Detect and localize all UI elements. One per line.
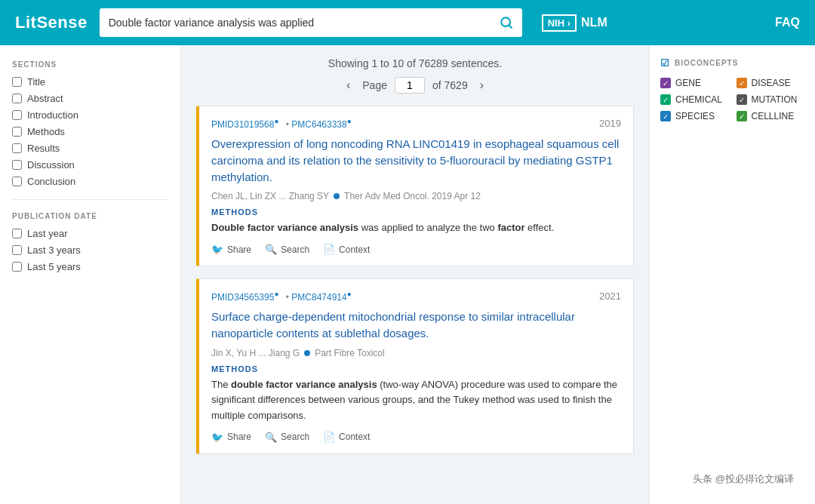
sidebar: SECTIONS Title Abstract Introduction Met… bbox=[0, 45, 181, 504]
result-card: PMID31019568● • PMC6463338● 2019 Overexp… bbox=[196, 106, 634, 266]
bioconcepts-title: ☑ BIOCONCEPTS bbox=[660, 57, 804, 69]
discussion-checkbox[interactable] bbox=[12, 160, 22, 170]
sidebar-divider bbox=[12, 199, 168, 200]
results-label: Results bbox=[27, 143, 60, 154]
last-3-years-checkbox[interactable] bbox=[12, 245, 22, 255]
bioconcepts-check-icon: ☑ bbox=[660, 57, 670, 69]
sidebar-item-discussion[interactable]: Discussion bbox=[12, 159, 168, 171]
bioconcept-mutation[interactable]: ✓ MUTATION bbox=[737, 94, 805, 105]
card-year: 2021 bbox=[599, 290, 621, 302]
context-label: Context bbox=[339, 432, 370, 442]
search-icon-card1: 🔍 bbox=[265, 244, 277, 255]
nih-logo: NIH › bbox=[542, 14, 577, 32]
abstract-checkbox[interactable] bbox=[12, 94, 22, 103]
share-icon: 🐦 bbox=[211, 244, 223, 255]
prev-page-button[interactable]: ‹ bbox=[342, 77, 355, 94]
introduction-checkbox[interactable] bbox=[12, 110, 22, 120]
introduction-label: Introduction bbox=[27, 109, 78, 121]
search-button-card2[interactable]: 🔍 Search bbox=[265, 432, 309, 443]
last-year-label: Last year bbox=[27, 228, 67, 239]
share-button[interactable]: 🐦 Share bbox=[211, 432, 251, 443]
pmc-link[interactable]: PMC8474914● bbox=[291, 292, 351, 303]
results-checkbox[interactable] bbox=[12, 143, 22, 153]
sidebar-item-abstract[interactable]: Abstract bbox=[12, 93, 168, 104]
title-label: Title bbox=[27, 76, 45, 88]
card-authors: Jin X, Yu H ... Jiang G Part Fibre Toxic… bbox=[211, 348, 621, 358]
search-input[interactable] bbox=[100, 8, 522, 37]
cellline-checkbox[interactable]: ✓ bbox=[737, 111, 747, 121]
discussion-label: Discussion bbox=[27, 159, 75, 171]
total-pages: of 7629 bbox=[432, 79, 468, 91]
dot-icon bbox=[334, 193, 340, 199]
search-button[interactable] bbox=[491, 8, 522, 37]
nih-badge: NIH › NLM bbox=[542, 14, 607, 32]
sidebar-item-results[interactable]: Results bbox=[12, 143, 168, 154]
gene-checkbox[interactable]: ✓ bbox=[660, 78, 671, 88]
sidebar-item-conclusion[interactable]: Conclusion bbox=[12, 176, 168, 187]
sidebar-item-title[interactable]: Title bbox=[12, 76, 168, 88]
sidebar-item-last-year[interactable]: Last year bbox=[12, 228, 168, 239]
cellline-label: CELLLINE bbox=[752, 111, 795, 121]
next-page-button[interactable]: › bbox=[475, 77, 488, 94]
share-label: Share bbox=[227, 432, 251, 442]
chemical-label: CHEMICAL bbox=[675, 94, 722, 105]
bioconcept-chemical[interactable]: ✓ CHEMICAL bbox=[660, 94, 729, 105]
context-label: Context bbox=[339, 244, 370, 255]
search-button-card1[interactable]: 🔍 Search bbox=[265, 244, 309, 255]
pagination: ‹ Page of 7629 › bbox=[196, 77, 634, 94]
last-5-years-label: Last 5 years bbox=[27, 261, 81, 272]
sidebar-item-last-5-years[interactable]: Last 5 years bbox=[12, 261, 168, 272]
right-panel: ☑ BIOCONCEPTS ✓ GENE ✓ DISEASE ✓ CHEMICA… bbox=[649, 45, 815, 504]
authors-text: Chen JL, Lin ZX ... Zhang SY bbox=[211, 191, 329, 201]
card-title[interactable]: Overexpression of long noncoding RNA LIN… bbox=[211, 136, 621, 185]
header: LitSense NIH › NLM FAQ bbox=[0, 0, 815, 45]
card-ids: PMID31019568● • PMC6463338● bbox=[211, 117, 356, 130]
search-icon-card2: 🔍 bbox=[265, 432, 277, 443]
journal-text: Ther Adv Med Oncol. 2019 Apr 12 bbox=[344, 191, 481, 201]
gene-label: GENE bbox=[675, 78, 701, 88]
context-button[interactable]: 📄 Context bbox=[323, 432, 370, 443]
context-button[interactable]: 📄 Context bbox=[323, 244, 370, 255]
card-year: 2019 bbox=[599, 118, 621, 129]
chemical-checkbox[interactable]: ✓ bbox=[660, 94, 671, 105]
last-year-checkbox[interactable] bbox=[12, 229, 22, 238]
disease-label: DISEASE bbox=[752, 78, 791, 88]
watermark: 头条 @投必得论文编译 bbox=[687, 469, 800, 489]
methods-checkbox[interactable] bbox=[12, 127, 22, 137]
sidebar-item-methods[interactable]: Methods bbox=[12, 126, 168, 137]
bioconcept-species[interactable]: ✓ SPECIES bbox=[660, 111, 729, 121]
pmid-link[interactable]: PMID31019568● bbox=[211, 119, 278, 130]
abstract-label: Abstract bbox=[27, 93, 63, 104]
authors-text: Jin X, Yu H ... Jiang G bbox=[211, 348, 300, 358]
conclusion-checkbox[interactable] bbox=[12, 177, 22, 186]
last-5-years-checkbox[interactable] bbox=[12, 262, 22, 272]
result-card: PMID34565395● • PMC8474914● 2021 Surface… bbox=[196, 278, 634, 454]
search-label: Search bbox=[281, 432, 309, 442]
sidebar-item-last-3-years[interactable]: Last 3 years bbox=[12, 244, 168, 256]
disease-checkbox[interactable]: ✓ bbox=[737, 78, 747, 88]
species-checkbox[interactable]: ✓ bbox=[660, 111, 671, 121]
bioconcept-disease[interactable]: ✓ DISEASE bbox=[737, 78, 805, 88]
sidebar-item-introduction[interactable]: Introduction bbox=[12, 109, 168, 121]
card-actions: 🐦 Share 🔍 Search 📄 Context bbox=[211, 432, 621, 443]
share-icon: 🐦 bbox=[211, 432, 223, 443]
bioconcept-cellline[interactable]: ✓ CELLLINE bbox=[737, 111, 805, 121]
card-title[interactable]: Surface charge-dependent mitochondrial r… bbox=[211, 309, 621, 342]
mutation-label: MUTATION bbox=[752, 94, 798, 105]
mutation-checkbox[interactable]: ✓ bbox=[737, 94, 747, 105]
faq-link[interactable]: FAQ bbox=[775, 16, 800, 29]
pubdate-label: PUBLICATION DATE bbox=[12, 212, 168, 220]
card-sentence: The double factor variance analysis (two… bbox=[211, 377, 621, 424]
bioconcept-gene[interactable]: ✓ GENE bbox=[660, 78, 729, 88]
share-button[interactable]: 🐦 Share bbox=[211, 244, 251, 255]
title-checkbox[interactable] bbox=[12, 77, 22, 87]
svg-line-1 bbox=[509, 26, 512, 29]
context-icon: 📄 bbox=[323, 244, 335, 255]
journal-text: Part Fibre Toxicol bbox=[315, 348, 384, 358]
page-input[interactable] bbox=[395, 77, 425, 94]
species-label: SPECIES bbox=[675, 111, 715, 121]
page-layout: SECTIONS Title Abstract Introduction Met… bbox=[0, 45, 815, 504]
pmid-link[interactable]: PMID34565395● bbox=[211, 292, 278, 303]
pmc-link[interactable]: PMC6463338● bbox=[291, 119, 351, 130]
card-meta: PMID31019568● • PMC6463338● 2019 bbox=[211, 117, 621, 130]
